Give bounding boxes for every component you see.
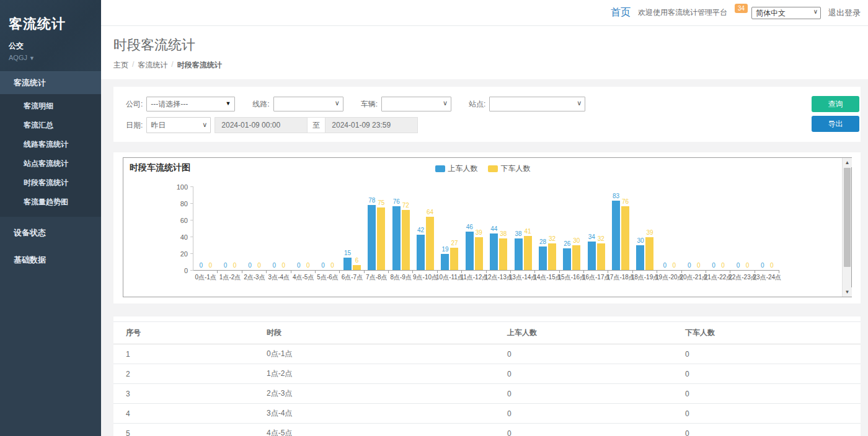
y-tick-mark: [190, 253, 193, 254]
vehicle-select-wrap: ∨: [381, 97, 451, 111]
bar-column: 83: [612, 193, 620, 270]
sidebar: 客流统计 公交 AQGJ ▼ 客流统计 客流明细客流汇总线路客流统计站点客流统计…: [0, 0, 101, 436]
bar-column: 0: [280, 263, 288, 270]
line-label: 线路:: [252, 99, 269, 110]
bar-column: 27: [450, 240, 458, 270]
bar-column: 75: [377, 200, 385, 270]
date-preset-select[interactable]: 昨日: [146, 117, 211, 133]
breadcrumb-home[interactable]: 主页: [113, 60, 128, 71]
sidebar-submenu: 客流明细客流汇总线路客流统计站点客流统计时段客流统计客流量趋势图: [0, 94, 101, 217]
bar-column: 0: [304, 263, 312, 270]
home-link[interactable]: 首页: [611, 6, 631, 19]
sidebar-subitem-2[interactable]: 线路客流统计: [0, 135, 101, 154]
legend-label: 上车人数: [448, 164, 478, 174]
export-button[interactable]: 导出: [812, 116, 859, 132]
bar-value-label: 32: [549, 236, 556, 242]
bar[interactable]: [621, 206, 629, 270]
bar[interactable]: [368, 205, 376, 270]
bar[interactable]: [392, 206, 401, 270]
bar[interactable]: [636, 245, 644, 271]
scroll-down-icon[interactable]: ▼: [843, 287, 852, 297]
line-select[interactable]: [273, 97, 343, 111]
notification-badge[interactable]: 34: [735, 4, 748, 13]
bar[interactable]: [466, 232, 474, 270]
bar[interactable]: [612, 201, 620, 270]
bar[interactable]: [645, 237, 653, 270]
breadcrumb-section[interactable]: 客流统计: [138, 60, 167, 71]
bar-column: 0: [294, 263, 303, 270]
bar-value-label: 19: [441, 246, 448, 253]
table-row[interactable]: 54点-5点00: [113, 424, 861, 436]
table-row[interactable]: 43点-4点00: [113, 404, 861, 424]
table-cell: 3: [113, 384, 254, 404]
table-body: 10点-1点0021点-2点0032点-3点0043点-4点0054点-5点00…: [113, 344, 861, 436]
query-button[interactable]: 查询: [812, 96, 859, 112]
sidebar-item-passenger-stats[interactable]: 客流统计: [0, 71, 101, 94]
table-row[interactable]: 21点-2点00: [113, 364, 861, 384]
sidebar-item-basic-data[interactable]: 基础数据: [0, 249, 101, 271]
bar[interactable]: [588, 242, 596, 270]
bar-value-label: 38: [515, 231, 522, 237]
bar-column: 0: [743, 263, 751, 270]
bar-column: 0: [231, 263, 239, 270]
scroll-up-icon[interactable]: ▲: [843, 158, 852, 167]
table-header-cell: 序号: [113, 322, 254, 344]
legend-item[interactable]: 下车人数: [488, 164, 531, 174]
table-row[interactable]: 32点-3点00: [113, 384, 861, 404]
x-tick-mark: [266, 270, 267, 273]
bar-value-label: 41: [525, 229, 531, 235]
bar-value-label: 0: [224, 263, 228, 269]
filter-row-1: 公司: ---请选择--- ▼ 线路: ∨ 车辆:: [126, 96, 861, 112]
bar[interactable]: [515, 238, 523, 270]
bar[interactable]: [353, 265, 361, 270]
bar-column: 0: [255, 263, 263, 270]
scrollbar-thumb[interactable]: [844, 168, 851, 267]
x-tick-label: 0点-1点: [195, 273, 216, 282]
org-code-dropdown[interactable]: AQGJ ▼: [9, 54, 92, 61]
station-select[interactable]: [489, 97, 585, 111]
bar-value-label: 6: [355, 258, 359, 264]
bar-value-label: 32: [598, 236, 604, 242]
sidebar-subitem-5[interactable]: 客流量趋势图: [0, 193, 101, 212]
bar[interactable]: [499, 238, 507, 270]
x-tick-label: 6点-7点: [342, 273, 363, 282]
bar[interactable]: [475, 237, 483, 270]
x-tick-label: 1点-2点: [219, 273, 241, 282]
bar[interactable]: [563, 248, 571, 270]
bar[interactable]: [417, 235, 425, 270]
bar[interactable]: [597, 243, 605, 270]
bar[interactable]: [450, 248, 458, 270]
table-row[interactable]: 10点-1点00: [113, 344, 861, 364]
sidebar-subitem-1[interactable]: 客流汇总: [0, 116, 101, 135]
bar[interactable]: [441, 254, 449, 270]
table-cell: 0: [673, 384, 861, 404]
date-from-input[interactable]: [215, 117, 308, 133]
company-select[interactable]: ---请选择---: [146, 97, 235, 111]
table-cell: 2: [113, 364, 254, 384]
sidebar-subitem-0[interactable]: 客流明细: [0, 97, 101, 116]
date-to-input[interactable]: [325, 117, 418, 133]
legend-item[interactable]: 上车人数: [435, 164, 478, 174]
bar[interactable]: [548, 243, 556, 270]
bar[interactable]: [490, 233, 498, 270]
table-header-cell: 上车人数: [495, 322, 673, 344]
vehicle-select[interactable]: [381, 97, 451, 111]
bar-column: 30: [572, 238, 580, 271]
language-select[interactable]: 简体中文: [751, 7, 821, 19]
table-cell: 0: [673, 424, 861, 436]
bar[interactable]: [402, 210, 410, 270]
sidebar-item-device-status[interactable]: 设备状态: [0, 222, 101, 244]
chart-scrollbar[interactable]: ▲ ▼: [842, 158, 851, 297]
bar-value-label: 0: [306, 263, 310, 269]
bar[interactable]: [524, 236, 532, 270]
bar[interactable]: [426, 217, 434, 270]
bar[interactable]: [343, 258, 352, 270]
bar[interactable]: [377, 207, 385, 270]
sidebar-subitem-4[interactable]: 时段客流统计: [0, 173, 101, 193]
bar[interactable]: [572, 245, 580, 271]
bar-value-label: 39: [476, 230, 482, 236]
chart-category: 0020点-21点: [682, 187, 706, 270]
bar[interactable]: [539, 246, 547, 270]
logout-link[interactable]: 退出登录: [828, 7, 861, 19]
sidebar-subitem-3[interactable]: 站点客流统计: [0, 154, 101, 173]
